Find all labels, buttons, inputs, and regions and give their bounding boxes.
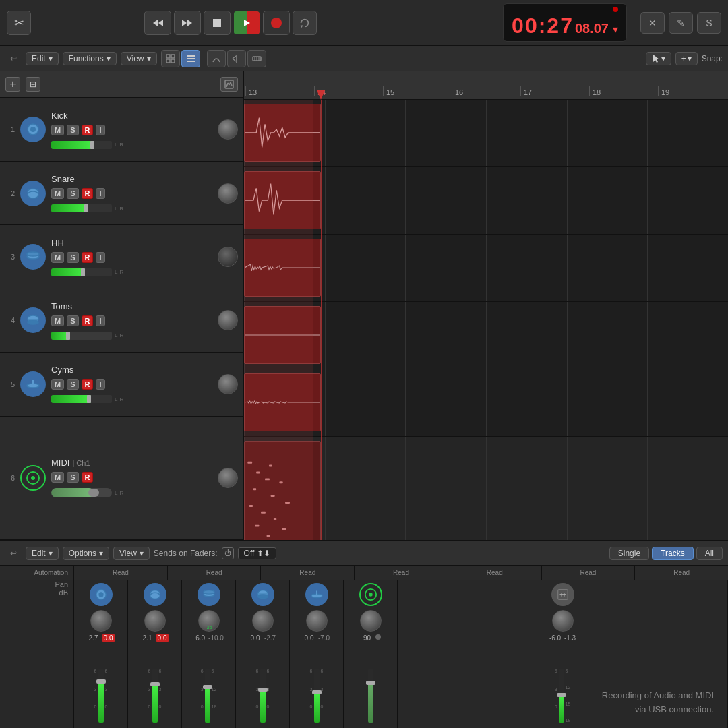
add-track-button[interactable]: + [5,77,20,92]
mixer-view-menu[interactable]: View ▾ [113,547,150,560]
solo-button-toms[interactable]: S [67,315,78,326]
view-menu[interactable]: View ▾ [121,52,157,65]
back-button[interactable]: ↩ [5,51,22,67]
close-transport-button[interactable]: ✕ [640,12,665,34]
fader-midi[interactable]: LR [51,488,212,497]
input-button-cyms[interactable]: I [96,379,104,390]
fader-snare[interactable]: LR [51,204,212,212]
knob-cyms[interactable] [218,374,238,394]
knob-toms[interactable] [218,310,238,330]
fader-cyms[interactable]: LR [51,395,212,403]
edit-menu[interactable]: Edit ▾ [26,52,59,65]
mixer-options-menu[interactable]: Options ▾ [63,547,109,560]
midi-region[interactable] [244,441,321,540]
solo-button-cyms[interactable]: S [67,379,78,390]
ch-icon-hh[interactable] [198,583,220,606]
ch-icon-snare[interactable] [144,583,166,606]
ch-pan-knob-fx[interactable] [552,610,574,632]
input-button-kick[interactable]: I [96,125,104,135]
channel-fader-cyms[interactable] [314,669,320,723]
ch-icon-toms[interactable] [251,583,274,606]
ch-pan-knob-snare[interactable] [144,610,166,632]
mixer-tracks-button[interactable]: Tracks [652,547,694,560]
record-button[interactable] [263,11,290,35]
mute-button-midi[interactable]: M [51,472,64,483]
fader-kick[interactable]: LR [51,141,212,149]
knob-midi[interactable] [218,468,238,488]
audio-region-toms[interactable] [244,306,321,364]
ch-icon-midi[interactable] [359,583,382,606]
solo-button-kick[interactable]: S [67,125,78,135]
mute-button-cyms[interactable]: M [51,379,64,390]
mute-button-snare[interactable]: M [51,188,64,199]
channel-fader-toms[interactable] [260,669,266,723]
input-button-toms[interactable]: I [96,315,104,326]
cursor-tool-button[interactable]: ▾ [646,52,671,65]
cycle-button[interactable] [293,11,317,35]
ch-pan-knob-kick[interactable] [90,610,112,632]
track-icon-hh[interactable] [20,244,46,270]
mute-button-kick[interactable]: M [51,125,64,135]
fast-forward-button[interactable] [174,11,201,35]
time-dropdown[interactable]: ▾ [613,23,618,36]
channel-fader-fx[interactable] [559,669,564,723]
mixer-all-button[interactable]: All [696,547,723,560]
track-icon-toms[interactable] [20,307,46,333]
audio-region-kick[interactable] [244,104,321,162]
input-button-hh[interactable]: I [96,252,104,263]
ch-pan-knob-hh[interactable]: -25 [198,610,220,632]
sends-value-dropdown[interactable]: Off ⬆⬇ [238,547,277,559]
knob-snare[interactable] [218,183,238,204]
channel-fader-midi[interactable] [368,669,373,723]
envelope-button[interactable] [220,77,238,92]
add-tool-button[interactable]: + ▾ [675,52,698,65]
pencil-button[interactable]: ✎ [669,12,693,34]
fader-toms[interactable]: LR [51,332,212,340]
channel-fader-kick[interactable] [98,669,104,723]
scissors-button[interactable]: ✂ [7,11,31,35]
mixer-edit-menu[interactable]: Edit ▾ [26,547,59,560]
knob-kick[interactable] [218,119,238,140]
audio-region-snare[interactable] [244,171,321,229]
track-icon-midi[interactable] [20,465,46,491]
split-tool-button[interactable] [227,50,246,67]
mute-button-toms[interactable]: M [51,315,64,326]
track-icon-snare[interactable] [20,181,46,206]
midi-tool-button[interactable] [247,50,266,67]
mute-button-hh[interactable]: M [51,252,64,263]
channel-fader-hh[interactable] [205,669,210,723]
ch-icon-cyms[interactable] [305,583,328,606]
solo-button-midi[interactable]: S [67,472,78,483]
record-button-kick[interactable]: R [82,125,94,135]
ch-pan-knob-toms[interactable] [252,610,274,632]
solo-button-hh[interactable]: S [67,252,78,263]
ch-icon-kick[interactable] [90,583,113,606]
record-button-snare[interactable]: R [82,188,94,199]
solo-button-snare[interactable]: S [67,188,78,199]
track-icon-cyms[interactable] [20,371,46,397]
play-button[interactable] [233,11,260,35]
ch-pan-knob-midi[interactable] [360,610,382,632]
mixer-back-button[interactable]: ↩ [5,545,22,562]
channel-fader-snare[interactable] [152,669,158,723]
audio-region-hh[interactable] [244,239,321,297]
track-icon-kick[interactable] [20,117,46,142]
functions-menu[interactable]: Functions ▾ [63,52,117,65]
audio-region-cyms[interactable] [244,373,321,431]
s-button[interactable]: S [697,12,721,34]
list-view-toggle[interactable]: ⊟ [26,77,40,92]
mixer-single-button[interactable]: Single [609,547,649,560]
record-button-toms[interactable]: R [82,315,94,326]
rewind-button[interactable] [144,11,171,35]
input-button-snare[interactable]: I [96,188,104,199]
knob-hh[interactable] [218,247,238,267]
ch-icon-fx[interactable] [551,583,574,606]
fader-hh[interactable]: LR [51,268,212,276]
curve-tool-button[interactable] [207,50,226,67]
record-button-midi[interactable]: R [82,472,94,483]
sends-toggle-button[interactable]: ⏻ [222,547,234,559]
stop-button[interactable] [204,11,231,35]
record-button-hh[interactable]: R [82,252,94,263]
list-view-button[interactable] [181,50,200,67]
ch-pan-knob-cyms[interactable] [306,610,328,632]
